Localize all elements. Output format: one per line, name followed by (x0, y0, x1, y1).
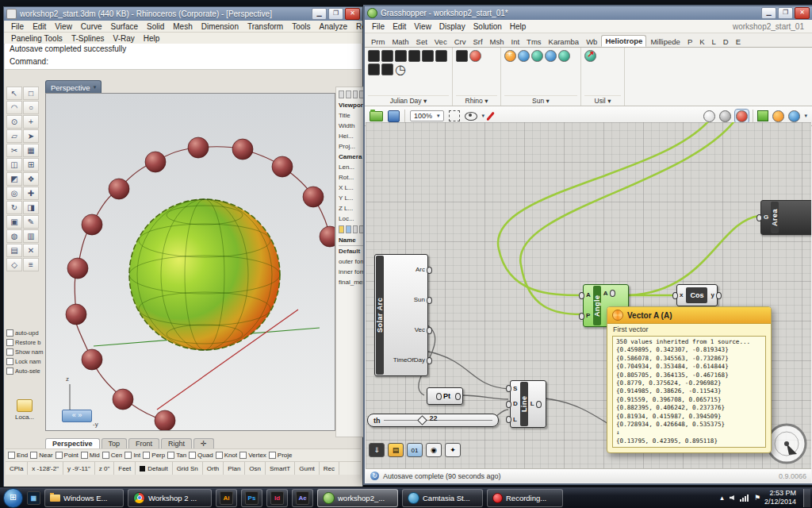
rhino-menu-item[interactable]: Edit (29, 22, 50, 31)
solar-arc-component[interactable]: Solar Arc ArcSunVecTimeOfDay (374, 254, 428, 376)
rhino-titlebar[interactable]: workshop2_start.3dm (440 KB) - Rhinocero… (4, 7, 362, 21)
levels-toggle-icon[interactable]: 01 (407, 443, 423, 457)
viewport-tab[interactable]: Top (102, 438, 128, 448)
osnap-item[interactable]: End (8, 451, 28, 460)
layer-row[interactable]: Default (339, 246, 365, 256)
julian-day-icons[interactable]: ◷ (368, 50, 449, 95)
status-toggle[interactable]: Rec (320, 462, 339, 475)
osnap-checkbox[interactable] (8, 452, 15, 459)
gh-tab[interactable]: L (709, 37, 719, 47)
viewport-tab[interactable]: Right (161, 438, 192, 448)
status-toggle[interactable]: Orth (203, 462, 224, 475)
gh-menu-item[interactable]: View (410, 22, 435, 31)
show-desktop-button[interactable] (803, 489, 810, 507)
osnap-checkbox[interactable] (239, 452, 247, 459)
angle-input-a[interactable]: A (585, 291, 591, 298)
sun-icons[interactable] (504, 50, 577, 95)
rhino-menu-item[interactable]: Tools (288, 22, 314, 31)
taskbar-recording-button[interactable]: Recording... (487, 489, 563, 507)
palette-group-label[interactable]: Usil ▾ (584, 95, 621, 105)
viewport-panel-toggle[interactable]: « » (62, 410, 92, 422)
tool-icon[interactable]: ↖ (6, 87, 22, 100)
viewport-tab-perspective[interactable]: Perspective (45, 438, 100, 448)
gh-minimize-button[interactable]: ▁ (761, 7, 776, 19)
rhino-menu-item[interactable]: Mesh (169, 22, 196, 31)
side-checkbox-item[interactable]: Auto-sele (6, 366, 48, 375)
gh-menu-item[interactable]: File (368, 22, 389, 31)
property-row[interactable]: Len... (339, 162, 365, 172)
speaker-icon[interactable] (730, 495, 734, 500)
clock-icon[interactable]: ◷ (395, 64, 406, 75)
gh-menu-item[interactable]: Display (435, 22, 469, 31)
gh-tab[interactable]: Crv (451, 37, 469, 47)
current-layer[interactable]: Default (136, 462, 172, 475)
side-checkbox-item[interactable]: Lock nam (6, 356, 48, 366)
tool-icon[interactable]: ◫ (6, 158, 22, 171)
osnap-checkbox[interactable] (269, 452, 276, 459)
osnap-checkbox[interactable] (81, 452, 88, 459)
tool-icon[interactable]: ✎ (23, 215, 39, 229)
export-icon[interactable]: ⇓ (369, 443, 385, 457)
checkbox-icon[interactable] (6, 329, 13, 337)
gh-menu-item[interactable]: Help (506, 22, 530, 31)
tool-icon[interactable]: ○ (23, 101, 39, 114)
rhino-menu-item[interactable]: Help (140, 34, 164, 43)
cos-component[interactable]: x Cos y (676, 284, 718, 306)
status-toggle[interactable]: Grid Sn (173, 462, 203, 475)
tool-icon[interactable]: ⊙ (6, 115, 22, 129)
slider-handle[interactable] (417, 415, 427, 425)
bake-icon[interactable] (757, 110, 768, 121)
gh-tab[interactable]: Set (413, 37, 431, 47)
viewport-title-tab[interactable]: Perspective ▾ (45, 80, 102, 94)
osnap-checkbox[interactable] (56, 452, 63, 459)
rhino-menu-item[interactable]: File (7, 22, 28, 31)
line-output-l[interactable]: L (530, 400, 535, 407)
property-row[interactable]: Z L... (339, 203, 365, 214)
gh-tab[interactable]: Millipede (647, 37, 684, 47)
tool-icon[interactable]: ❖ (23, 172, 39, 186)
new-viewport-tab-button[interactable]: ✛ (193, 438, 214, 448)
save-file-icon[interactable] (388, 110, 400, 122)
checkbox-icon[interactable] (6, 339, 13, 346)
tool-icon[interactable]: ≡ (23, 258, 39, 271)
rhino-viewport[interactable]: z -y « » (45, 93, 335, 431)
taskbar-camtasia-button[interactable]: Camtasia St... (402, 489, 483, 507)
rhino-menu-item[interactable]: Curve (77, 22, 106, 31)
cplane-button[interactable]: CPla (6, 462, 28, 475)
tool-icon[interactable]: ◠ (6, 101, 22, 114)
display-sphere-icon[interactable] (788, 110, 800, 122)
solar-arc-output-port[interactable]: Vec (415, 326, 426, 333)
rhino-icons[interactable] (456, 50, 497, 95)
taskbar-clock[interactable]: 2:53 PM 2/12/2014 (764, 489, 799, 506)
tool-icon[interactable]: ◨ (23, 201, 39, 214)
taskbar-illustrator-button[interactable]: Ai (216, 489, 237, 507)
rhino-close-button[interactable]: ✕ (345, 8, 360, 20)
start-button[interactable]: ⊞ (3, 488, 23, 508)
gh-tab[interactable]: E (733, 37, 744, 47)
gh-tab-heliotrope[interactable]: Heliotrope (601, 35, 646, 47)
solar-arc-output-port[interactable]: TimeOfDay (393, 356, 426, 364)
tray-expand-icon[interactable]: ▴ (720, 494, 724, 502)
tool-icon[interactable]: ⊞ (23, 158, 39, 171)
taskbar-grasshopper-button[interactable]: workshop2_... (317, 489, 398, 507)
sphere-icon[interactable] (545, 50, 557, 62)
osnap-checkbox[interactable] (143, 452, 150, 459)
rhino-menu-item[interactable]: Surface (107, 22, 142, 31)
taskbar-chrome-button[interactable]: Workshop 2 ... (128, 489, 212, 507)
preview-eye-icon[interactable] (465, 112, 477, 121)
palette-group-label[interactable]: Sun ▾ (504, 95, 577, 105)
open-file-icon[interactable] (370, 111, 383, 121)
tool-icon[interactable]: ▦ (23, 144, 39, 157)
osnap-item[interactable]: Point (56, 451, 79, 460)
osnap-item[interactable]: Proje (269, 451, 293, 460)
osnap-checkbox[interactable] (189, 452, 196, 459)
solar-arc-output-port[interactable]: Sun (414, 296, 426, 303)
tool-icon[interactable]: ◩ (6, 172, 22, 186)
gh-tab[interactable]: Vec (431, 37, 450, 47)
gh-titlebar[interactable]: Grasshopper - workshop2_start_01* ▁ ❐ ✕ (365, 6, 812, 20)
gh-tab[interactable]: Srf (469, 37, 485, 47)
taskbar-photoshop-button[interactable]: Ps (241, 489, 262, 507)
osnap-checkbox[interactable] (30, 452, 37, 459)
action-center-icon[interactable]: ⚑ (754, 494, 760, 502)
gh-menu-item[interactable]: Edit (389, 22, 410, 31)
